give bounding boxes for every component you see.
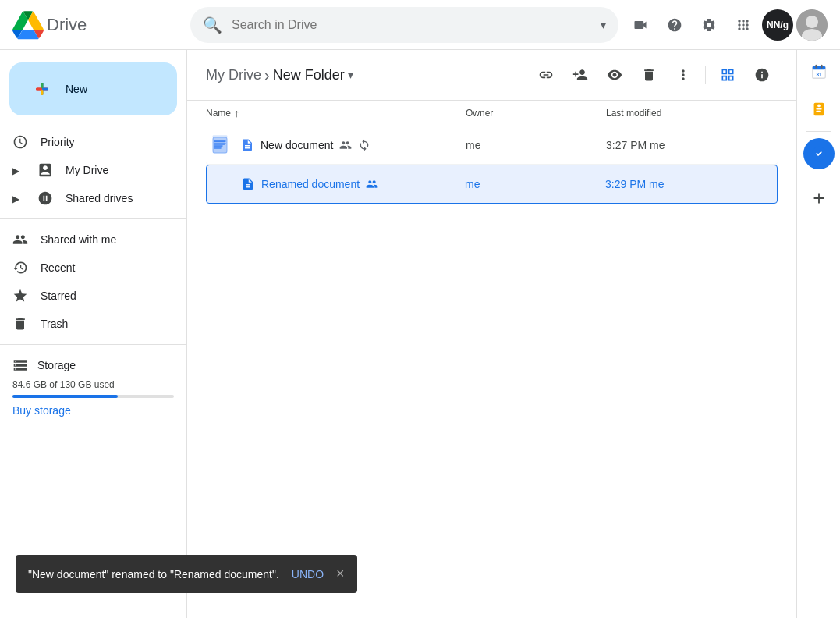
- svg-rect-21: [816, 108, 821, 109]
- snackbar-undo-btn[interactable]: UNDO: [292, 568, 324, 581]
- search-icon: 🔍: [203, 16, 222, 34]
- account-button[interactable]: NN/g: [762, 9, 793, 41]
- settings-icon-btn[interactable]: [693, 9, 725, 41]
- table-row[interactable]: Renamed document me 3:29 PM me: [206, 165, 778, 204]
- my-drive-expand-icon[interactable]: ▶: [12, 165, 22, 175]
- avatar[interactable]: [796, 9, 828, 41]
- column-modified: Last modified: [606, 108, 778, 119]
- sidebar-divider-1: [0, 218, 186, 219]
- shared-icon-2: [366, 178, 378, 190]
- sidebar-item-trash[interactable]: Trash: [0, 310, 177, 338]
- settings-icon: [701, 17, 717, 33]
- sidebar-item-starred[interactable]: Starred: [0, 282, 177, 310]
- todo-panel-btn[interactable]: [803, 94, 835, 125]
- storage-icon: [12, 357, 28, 373]
- starred-icon: [12, 288, 28, 304]
- new-button-label: New: [66, 83, 87, 95]
- my-drive-icon: [37, 162, 53, 178]
- svg-rect-8: [36, 88, 42, 91]
- recent-icon: [12, 260, 28, 275]
- sidebar-item-priority[interactable]: Priority: [0, 128, 177, 156]
- storage-label: Storage: [12, 357, 174, 373]
- delete-btn[interactable]: [633, 59, 665, 91]
- calendar-icon: 31: [810, 63, 828, 80]
- sidebar-item-shared-with-me[interactable]: Shared with me: [0, 226, 177, 254]
- apps-icon-btn[interactable]: [728, 9, 759, 41]
- breadcrumb-separator: ›: [264, 66, 270, 84]
- people-icon-1: [339, 139, 352, 151]
- tasks-icon: [810, 145, 828, 162]
- sidebar-item-my-drive-label: My Drive: [66, 164, 108, 176]
- svg-rect-22: [816, 111, 821, 112]
- meet-icon-btn[interactable]: [625, 9, 656, 41]
- file-name-1: New document: [240, 138, 466, 152]
- breadcrumb-dropdown-icon[interactable]: ▾: [348, 69, 353, 81]
- sidebar-item-shared-drives[interactable]: ▶ Shared drives: [0, 184, 177, 212]
- sync-icon-1: [358, 139, 370, 151]
- file-list-header: Name ↑ Owner Last modified: [206, 101, 778, 126]
- docs-icon-overlay: [209, 134, 231, 156]
- shared-drives-expand-icon[interactable]: ▶: [12, 194, 22, 203]
- topbar-right: NN/g: [625, 9, 828, 41]
- priority-icon: [12, 134, 28, 150]
- help-icon-btn[interactable]: [659, 9, 690, 41]
- tasks-panel-btn[interactable]: [803, 138, 835, 169]
- shared-drives-icon: [37, 190, 53, 206]
- file-icon-1: [206, 131, 234, 159]
- storage-section: Storage 84.6 GB of 130 GB used Buy stora…: [0, 351, 186, 423]
- file-modified-2: 3:29 PM me: [605, 178, 777, 190]
- breadcrumb-parent[interactable]: My Drive: [206, 67, 261, 83]
- add-people-btn[interactable]: [565, 59, 596, 91]
- shared-icon-1: [339, 139, 352, 151]
- main-layout: New Priority ▶ My Drive ▶ Shared drives: [0, 50, 840, 618]
- sidebar: New Priority ▶ My Drive ▶ Shared drives: [0, 50, 187, 618]
- breadcrumb-current[interactable]: New Folder ▾: [273, 67, 353, 83]
- storage-bar-fill: [12, 395, 118, 398]
- column-name[interactable]: Name ↑: [206, 107, 466, 119]
- sidebar-item-my-drive[interactable]: ▶ My Drive: [0, 156, 177, 184]
- doc-icon-1: [240, 138, 254, 152]
- trash-icon: [12, 316, 28, 332]
- sidebar-item-shared-drives-label: Shared drives: [66, 192, 133, 204]
- search-input[interactable]: [232, 18, 591, 32]
- avatar-icon: [796, 9, 828, 41]
- grid-view-btn[interactable]: [712, 59, 743, 91]
- people-icon-2: [366, 178, 378, 190]
- snackbar-message: "New document" renamed to "Renamed docum…: [28, 568, 279, 581]
- svg-point-1: [806, 16, 818, 28]
- buy-storage-link[interactable]: Buy storage: [12, 404, 71, 417]
- app-title: Drive: [47, 15, 87, 35]
- calendar-panel-btn[interactable]: 31: [803, 56, 835, 87]
- svg-rect-15: [812, 66, 825, 70]
- keep-icon: [810, 101, 828, 118]
- table-row[interactable]: New document me 3:27 PM me: [206, 126, 778, 165]
- content-area: My Drive › New Folder ▾: [187, 50, 796, 618]
- file-owner-1: me: [466, 139, 606, 151]
- grid-view-icon: [720, 67, 735, 83]
- drive-logo-icon: [12, 9, 44, 41]
- sidebar-item-recent[interactable]: Recent: [0, 254, 177, 282]
- info-btn[interactable]: [746, 59, 778, 91]
- snackbar: "New document" renamed to "Renamed docum…: [16, 555, 357, 593]
- more-options-btn[interactable]: [668, 59, 699, 91]
- search-bar[interactable]: 🔍 ▾: [190, 7, 618, 43]
- search-expand-icon[interactable]: ▾: [601, 19, 606, 31]
- snackbar-close-btn[interactable]: ×: [336, 566, 345, 582]
- new-button[interactable]: New: [9, 62, 177, 115]
- help-icon: [667, 17, 682, 33]
- svg-text:31: 31: [816, 72, 822, 77]
- link-icon: [538, 67, 554, 83]
- add-panel-btn[interactable]: [803, 183, 835, 214]
- svg-point-20: [817, 105, 821, 108]
- apps-icon: [735, 17, 751, 33]
- topbar: Drive 🔍 ▾ NN/g: [0, 0, 840, 50]
- info-icon: [754, 67, 770, 83]
- share-link-btn[interactable]: [530, 59, 562, 91]
- more-vert-icon: [675, 67, 691, 83]
- new-button-icon: [28, 75, 56, 103]
- toolbar-actions: [530, 59, 778, 91]
- preview-btn[interactable]: [599, 59, 630, 91]
- doc-icon-2: [241, 177, 255, 191]
- sidebar-item-starred-label: Starred: [41, 289, 76, 302]
- logo-area: Drive: [12, 9, 184, 41]
